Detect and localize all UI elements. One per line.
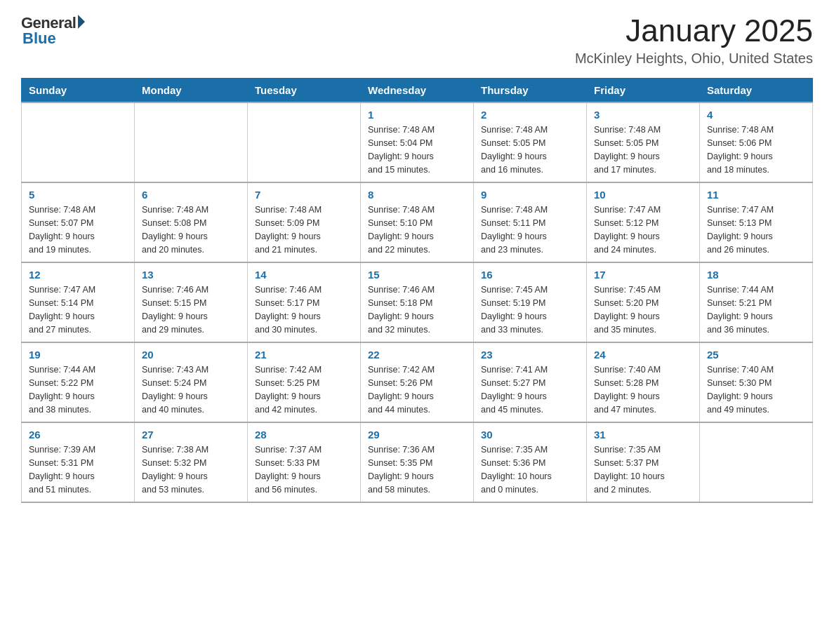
calendar-day-cell: 3Sunrise: 7:48 AM Sunset: 5:05 PM Daylig…: [587, 102, 700, 182]
day-number: 5: [29, 189, 127, 201]
calendar-day-cell: 11Sunrise: 7:47 AM Sunset: 5:13 PM Dayli…: [700, 182, 813, 262]
day-info: Sunrise: 7:48 AM Sunset: 5:04 PM Dayligh…: [368, 123, 466, 176]
calendar-day-cell: 18Sunrise: 7:44 AM Sunset: 5:21 PM Dayli…: [700, 262, 813, 342]
day-info: Sunrise: 7:36 AM Sunset: 5:35 PM Dayligh…: [368, 443, 466, 496]
day-info: Sunrise: 7:46 AM Sunset: 5:17 PM Dayligh…: [255, 283, 353, 336]
day-number: 9: [481, 189, 579, 201]
location-title: McKinley Heights, Ohio, United States: [575, 51, 813, 67]
day-info: Sunrise: 7:48 AM Sunset: 5:05 PM Dayligh…: [481, 123, 579, 176]
day-number: 7: [255, 189, 353, 201]
day-number: 19: [29, 349, 127, 361]
day-info: Sunrise: 7:40 AM Sunset: 5:28 PM Dayligh…: [594, 363, 692, 416]
day-info: Sunrise: 7:46 AM Sunset: 5:18 PM Dayligh…: [368, 283, 466, 336]
day-number: 12: [29, 269, 127, 281]
day-number: 28: [255, 429, 353, 441]
day-info: Sunrise: 7:35 AM Sunset: 5:36 PM Dayligh…: [481, 443, 579, 496]
calendar-week-row: 19Sunrise: 7:44 AM Sunset: 5:22 PM Dayli…: [22, 342, 813, 422]
day-info: Sunrise: 7:45 AM Sunset: 5:19 PM Dayligh…: [481, 283, 579, 336]
calendar-day-cell: [135, 102, 248, 182]
day-number: 8: [368, 189, 466, 201]
day-info: Sunrise: 7:37 AM Sunset: 5:33 PM Dayligh…: [255, 443, 353, 496]
day-info: Sunrise: 7:48 AM Sunset: 5:05 PM Dayligh…: [594, 123, 692, 176]
calendar-day-cell: 24Sunrise: 7:40 AM Sunset: 5:28 PM Dayli…: [587, 342, 700, 422]
calendar-day-cell: 28Sunrise: 7:37 AM Sunset: 5:33 PM Dayli…: [248, 422, 361, 502]
weekday-header-saturday: Saturday: [700, 79, 813, 103]
day-number: 6: [142, 189, 240, 201]
day-number: 23: [481, 349, 579, 361]
day-number: 10: [594, 189, 692, 201]
day-info: Sunrise: 7:48 AM Sunset: 5:07 PM Dayligh…: [29, 203, 127, 256]
calendar-day-cell: 13Sunrise: 7:46 AM Sunset: 5:15 PM Dayli…: [135, 262, 248, 342]
day-number: 25: [707, 349, 805, 361]
day-info: Sunrise: 7:48 AM Sunset: 5:10 PM Dayligh…: [368, 203, 466, 256]
calendar-day-cell: 12Sunrise: 7:47 AM Sunset: 5:14 PM Dayli…: [22, 262, 135, 342]
day-number: 4: [707, 109, 805, 121]
calendar-day-cell: 30Sunrise: 7:35 AM Sunset: 5:36 PM Dayli…: [474, 422, 587, 502]
day-number: 22: [368, 349, 466, 361]
day-number: 17: [594, 269, 692, 281]
day-info: Sunrise: 7:45 AM Sunset: 5:20 PM Dayligh…: [594, 283, 692, 336]
calendar-day-cell: 9Sunrise: 7:48 AM Sunset: 5:11 PM Daylig…: [474, 182, 587, 262]
day-info: Sunrise: 7:44 AM Sunset: 5:21 PM Dayligh…: [707, 283, 805, 336]
day-number: 1: [368, 109, 466, 121]
day-number: 30: [481, 429, 579, 441]
calendar-week-row: 26Sunrise: 7:39 AM Sunset: 5:31 PM Dayli…: [22, 422, 813, 502]
day-number: 20: [142, 349, 240, 361]
weekday-header-tuesday: Tuesday: [248, 79, 361, 103]
calendar-day-cell: 2Sunrise: 7:48 AM Sunset: 5:05 PM Daylig…: [474, 102, 587, 182]
calendar-day-cell: 19Sunrise: 7:44 AM Sunset: 5:22 PM Dayli…: [22, 342, 135, 422]
day-info: Sunrise: 7:46 AM Sunset: 5:15 PM Dayligh…: [142, 283, 240, 336]
day-number: 11: [707, 189, 805, 201]
calendar-day-cell: 17Sunrise: 7:45 AM Sunset: 5:20 PM Dayli…: [587, 262, 700, 342]
calendar-day-cell: 4Sunrise: 7:48 AM Sunset: 5:06 PM Daylig…: [700, 102, 813, 182]
logo-arrow-icon: [78, 15, 85, 29]
day-info: Sunrise: 7:47 AM Sunset: 5:13 PM Dayligh…: [707, 203, 805, 256]
calendar-day-cell: 22Sunrise: 7:42 AM Sunset: 5:26 PM Dayli…: [361, 342, 474, 422]
calendar-day-cell: [22, 102, 135, 182]
calendar-header-row: SundayMondayTuesdayWednesdayThursdayFrid…: [22, 79, 813, 103]
day-number: 29: [368, 429, 466, 441]
day-info: Sunrise: 7:39 AM Sunset: 5:31 PM Dayligh…: [29, 443, 127, 496]
day-number: 16: [481, 269, 579, 281]
day-info: Sunrise: 7:47 AM Sunset: 5:12 PM Dayligh…: [594, 203, 692, 256]
day-number: 18: [707, 269, 805, 281]
day-number: 15: [368, 269, 466, 281]
day-number: 3: [594, 109, 692, 121]
calendar-table: SundayMondayTuesdayWednesdayThursdayFrid…: [21, 78, 813, 503]
calendar-day-cell: 15Sunrise: 7:46 AM Sunset: 5:18 PM Dayli…: [361, 262, 474, 342]
calendar-day-cell: 6Sunrise: 7:48 AM Sunset: 5:08 PM Daylig…: [135, 182, 248, 262]
day-number: 2: [481, 109, 579, 121]
calendar-day-cell: 7Sunrise: 7:48 AM Sunset: 5:09 PM Daylig…: [248, 182, 361, 262]
calendar-week-row: 5Sunrise: 7:48 AM Sunset: 5:07 PM Daylig…: [22, 182, 813, 262]
calendar-day-cell: 23Sunrise: 7:41 AM Sunset: 5:27 PM Dayli…: [474, 342, 587, 422]
calendar-day-cell: 29Sunrise: 7:36 AM Sunset: 5:35 PM Dayli…: [361, 422, 474, 502]
day-info: Sunrise: 7:38 AM Sunset: 5:32 PM Dayligh…: [142, 443, 240, 496]
logo: General Blue: [21, 14, 85, 48]
calendar-day-cell: 21Sunrise: 7:42 AM Sunset: 5:25 PM Dayli…: [248, 342, 361, 422]
calendar-day-cell: [700, 422, 813, 502]
weekday-header-wednesday: Wednesday: [361, 79, 474, 103]
weekday-header-friday: Friday: [587, 79, 700, 103]
calendar-week-row: 1Sunrise: 7:48 AM Sunset: 5:04 PM Daylig…: [22, 102, 813, 182]
calendar-day-cell: 5Sunrise: 7:48 AM Sunset: 5:07 PM Daylig…: [22, 182, 135, 262]
day-number: 27: [142, 429, 240, 441]
day-info: Sunrise: 7:48 AM Sunset: 5:11 PM Dayligh…: [481, 203, 579, 256]
day-info: Sunrise: 7:43 AM Sunset: 5:24 PM Dayligh…: [142, 363, 240, 416]
day-number: 26: [29, 429, 127, 441]
calendar-day-cell: 16Sunrise: 7:45 AM Sunset: 5:19 PM Dayli…: [474, 262, 587, 342]
calendar-day-cell: 20Sunrise: 7:43 AM Sunset: 5:24 PM Dayli…: [135, 342, 248, 422]
day-info: Sunrise: 7:48 AM Sunset: 5:06 PM Dayligh…: [707, 123, 805, 176]
day-number: 31: [594, 429, 692, 441]
logo-blue-text: Blue: [22, 29, 56, 48]
calendar-day-cell: 27Sunrise: 7:38 AM Sunset: 5:32 PM Dayli…: [135, 422, 248, 502]
day-info: Sunrise: 7:48 AM Sunset: 5:09 PM Dayligh…: [255, 203, 353, 256]
calendar-day-cell: 8Sunrise: 7:48 AM Sunset: 5:10 PM Daylig…: [361, 182, 474, 262]
calendar-day-cell: [248, 102, 361, 182]
calendar-day-cell: 31Sunrise: 7:35 AM Sunset: 5:37 PM Dayli…: [587, 422, 700, 502]
calendar-day-cell: 14Sunrise: 7:46 AM Sunset: 5:17 PM Dayli…: [248, 262, 361, 342]
day-number: 14: [255, 269, 353, 281]
page-header: General Blue January 2025 McKinley Heigh…: [21, 14, 813, 67]
calendar-day-cell: 26Sunrise: 7:39 AM Sunset: 5:31 PM Dayli…: [22, 422, 135, 502]
calendar-week-row: 12Sunrise: 7:47 AM Sunset: 5:14 PM Dayli…: [22, 262, 813, 342]
title-area: January 2025 McKinley Heights, Ohio, Uni…: [575, 14, 813, 67]
